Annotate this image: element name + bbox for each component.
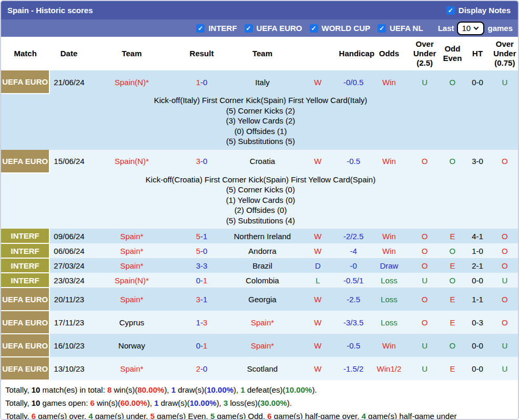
- column-header: Result: [175, 37, 228, 70]
- column-header: Over Under (0.75): [490, 37, 519, 70]
- match-row: INTERF06/06/24Spain*5-0AndorraW-4WinOO1-…: [1, 243, 519, 258]
- match-date: 17/11/23: [49, 311, 88, 334]
- half-time-score: 1-1: [466, 288, 490, 311]
- away-team: Andorra: [228, 243, 297, 258]
- over-under-0-75: O: [490, 311, 519, 334]
- handicap-value: -0/0.5: [339, 70, 368, 94]
- match-date: 15/06/24: [49, 150, 88, 173]
- home-team: Spain*: [88, 357, 176, 380]
- filter-interf[interactable]: ✓INTERF: [196, 24, 237, 33]
- away-team: Northern Ireland: [228, 229, 297, 243]
- over-under-0-75: O: [490, 288, 519, 311]
- half-time-score: 0-0: [466, 357, 490, 380]
- handicap-value: -4: [339, 243, 368, 258]
- odds-result: Loss: [368, 273, 410, 288]
- filter-label: WORLD CUP: [322, 24, 371, 33]
- filter-world-cup[interactable]: ✓WORLD CUP: [310, 24, 371, 33]
- filter-label: INTERF: [208, 24, 237, 33]
- over-under-2-5: U: [410, 334, 439, 357]
- checkbox-icon[interactable]: ✓: [310, 24, 318, 33]
- away-team: Croatia: [228, 150, 297, 173]
- handicap-value: -0.5/1: [339, 273, 368, 288]
- match-row: UEFA EURO15/06/24Spain(N)*3-0CroatiaW-0.…: [1, 150, 519, 173]
- column-header: HT: [466, 37, 490, 70]
- odds-result: Win: [368, 70, 410, 94]
- games-count-value: 10: [462, 24, 471, 33]
- column-header: Match: [1, 37, 49, 70]
- display-notes-toggle[interactable]: ✓ Display Notes: [446, 6, 511, 15]
- match-result: 3-3: [175, 258, 228, 273]
- games-label: games: [487, 24, 513, 33]
- match-row: INTERF09/06/24Spain*5-1Northern IrelandW…: [1, 229, 519, 243]
- filter-uefa-nl[interactable]: ✓UEFA NL: [378, 24, 423, 33]
- column-header: Team: [228, 37, 297, 70]
- match-league-badge: UEFA EURO: [1, 334, 49, 357]
- wdl-result: W: [297, 150, 339, 173]
- odd-even: E: [439, 258, 465, 273]
- home-team: Spain(N)*: [88, 70, 176, 94]
- table-header-row: MatchDateTeamResultTeamHandicapOddsOver …: [1, 37, 519, 70]
- note-line: (3) Yellow Cards (2): [1, 116, 519, 126]
- filter-bar: ✓INTERF✓UEFA EURO✓WORLD CUP✓UEFA NL Last…: [1, 19, 518, 37]
- match-league-badge: UEFA EURO: [1, 288, 49, 311]
- display-notes-checkbox-icon[interactable]: ✓: [446, 6, 455, 15]
- handicap-value: -2.5: [339, 288, 368, 311]
- half-time-score: 0-3: [466, 311, 490, 334]
- over-under-0-75: U: [490, 334, 519, 357]
- match-date: 16/10/23: [49, 334, 88, 357]
- filter-uefa-euro[interactable]: ✓UEFA EURO: [245, 24, 302, 33]
- column-header: Odd Even: [439, 37, 465, 70]
- note-line: (5) Corner Kicks (2): [1, 106, 519, 116]
- half-time-score: 4-1: [466, 229, 490, 243]
- page-title: Spain - Historic scores: [7, 6, 93, 15]
- note-line: Kick-off(Italy) First Corner Kick(Spain)…: [1, 95, 519, 106]
- odds-result: Win: [368, 150, 410, 173]
- checkbox-icon[interactable]: ✓: [196, 24, 205, 33]
- home-team: Spain(N)*: [88, 150, 176, 173]
- half-time-score: 2-1: [466, 258, 490, 273]
- odds-result: Win: [368, 229, 410, 243]
- wdl-result: W: [297, 288, 339, 311]
- over-under-2-5: O: [410, 229, 439, 243]
- match-row: INTERF23/03/24Spain(N)*0-1ColombiaL-0.5/…: [1, 273, 519, 288]
- over-under-2-5: O: [410, 243, 439, 258]
- match-date: 06/06/24: [49, 243, 88, 258]
- checkbox-icon[interactable]: ✓: [245, 24, 253, 33]
- matches-table: MatchDateTeamResultTeamHandicapOddsOver …: [1, 37, 519, 381]
- wdl-result: W: [297, 243, 339, 258]
- match-row: UEFA EURO17/11/23Cyprus1-3Spain*W-3/3.5L…: [1, 311, 519, 334]
- over-under-2-5: O: [410, 258, 439, 273]
- home-team: Spain*: [88, 288, 176, 311]
- away-team: Italy: [228, 70, 297, 94]
- match-date: 27/03/24: [49, 258, 88, 273]
- handicap-value: -0.5: [339, 334, 368, 357]
- home-team: Spain(N)*: [88, 273, 176, 288]
- match-notes-row: Kick-off(Italy) First Corner Kick(Spain)…: [1, 94, 519, 150]
- note-line: Kick-off(Croatia) First Corner Kick(Spai…: [1, 175, 519, 185]
- games-count-select[interactable]: 10: [457, 22, 484, 35]
- over-under-0-75: O: [490, 229, 519, 243]
- over-under-2-5: U: [410, 357, 439, 380]
- over-under-0-75: U: [490, 273, 519, 288]
- odds-result: Loss: [368, 288, 410, 311]
- wdl-result: W: [297, 357, 339, 380]
- odd-even: E: [439, 311, 465, 334]
- last-label: Last: [438, 24, 454, 33]
- display-notes-label: Display Notes: [459, 6, 511, 15]
- match-result: 0-1: [175, 273, 228, 288]
- over-under-2-5: U: [410, 70, 439, 94]
- note-line: (1) Yellow Cards (0): [1, 195, 519, 206]
- match-result: 1-0: [175, 70, 228, 94]
- half-time-score: 0-0: [466, 273, 490, 288]
- match-notes-row: Kick-off(Croatia) First Corner Kick(Spai…: [1, 173, 519, 229]
- away-team: Scotland: [228, 357, 297, 380]
- checkbox-icon[interactable]: ✓: [378, 24, 386, 33]
- summary-footer: Totally, 10 match(es) in total: 8 win(s)…: [1, 381, 518, 420]
- half-time-score: 0-0: [466, 334, 490, 357]
- historic-scores-widget: Spain - Historic scores ✓ Display Notes …: [0, 0, 519, 420]
- match-row: UEFA EURO16/10/23Norway0-1Spain*W-0.5Win…: [1, 334, 519, 357]
- summary-line: Totally, 6 game(s) over, 4 game(s) under…: [5, 409, 514, 420]
- match-league-badge: INTERF: [1, 243, 49, 258]
- match-date: 23/03/24: [49, 273, 88, 288]
- summary-line: Totally, 10 games open: 6 win(s)(60.00%)…: [5, 396, 514, 409]
